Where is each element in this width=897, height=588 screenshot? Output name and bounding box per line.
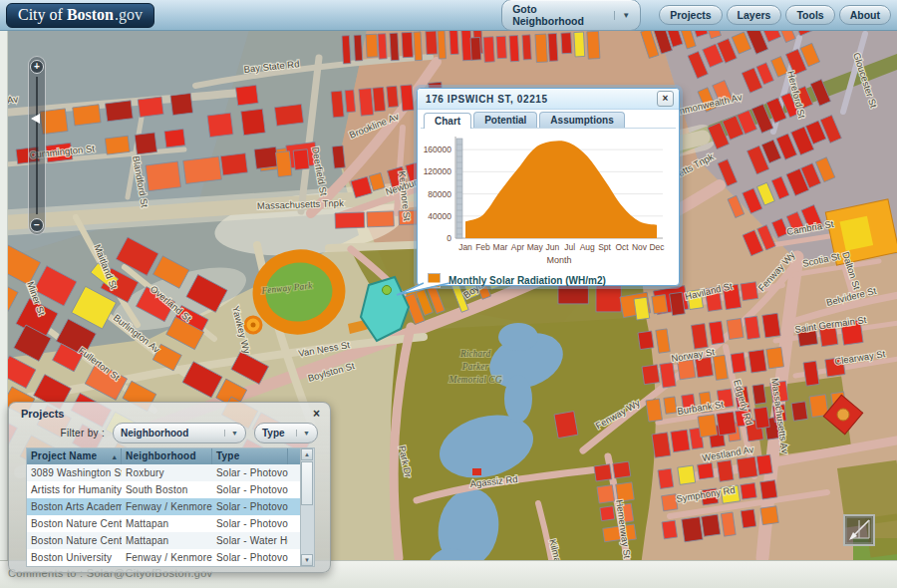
svg-text:Apr: Apr xyxy=(511,242,524,252)
zoom-in-button[interactable]: + xyxy=(30,60,44,74)
scrollbar-thumb[interactable] xyxy=(301,461,313,505)
zoom-slider-thumb[interactable] xyxy=(31,114,40,124)
table-row[interactable]: Artists for Humanity ESouth BostonSolar … xyxy=(27,481,300,498)
solar-radiation-chart: 04000080000120000160000JanFebMarAprMayJu… xyxy=(418,129,675,268)
svg-text:Oct: Oct xyxy=(615,242,629,252)
solar-boston-app: { "header": { "logo": {"city_of": "City … xyxy=(0,0,897,588)
scroll-up-button[interactable]: ▲ xyxy=(301,448,313,460)
table-cell: Solar - Photovoltaic xyxy=(212,464,288,481)
svg-text:160000: 160000 xyxy=(424,145,452,154)
table-cell: Artists for Humanity E xyxy=(27,481,122,498)
svg-text:May: May xyxy=(527,242,544,252)
table-cell: Fenway / Kenmore xyxy=(122,498,212,515)
svg-text:Jul: Jul xyxy=(564,242,575,252)
projects-panel-header[interactable]: Projects × xyxy=(9,403,330,422)
table-cell: Solar - Photovoltaic xyxy=(212,498,288,515)
zoom-out-button[interactable]: − xyxy=(30,218,44,232)
projects-filter-row: Filter by : Neighborhood ▼ Type ▼ xyxy=(9,422,330,447)
city-of-boston-logo[interactable]: City of Boston .gov xyxy=(6,3,154,28)
popup-title: 176 IPSWICH ST, 02215 xyxy=(426,94,548,105)
neighborhood-filter-dropdown[interactable]: Neighborhood ▼ xyxy=(113,423,246,443)
type-filter-dropdown[interactable]: Type ▼ xyxy=(254,423,318,443)
svg-text:40000: 40000 xyxy=(428,211,451,221)
svg-text:Feb: Feb xyxy=(475,242,490,252)
column-header-neighborhood[interactable]: Neighborhood xyxy=(122,448,212,464)
svg-text:Month: Month xyxy=(546,255,571,265)
map-zoom-slider[interactable]: + − xyxy=(28,56,46,235)
filter-by-label: Filter by : xyxy=(61,428,105,439)
tab-potential[interactable]: Potential xyxy=(473,112,537,128)
table-cell: Boston Arts Academy xyxy=(27,498,122,515)
street-label: Parker xyxy=(461,362,489,372)
zoom-slider-track[interactable] xyxy=(36,77,38,214)
overview-map-toggle[interactable] xyxy=(843,514,875,546)
svg-text:Nov: Nov xyxy=(632,242,648,252)
app-header: City of Boston .gov Goto Neighborhood ▼ … xyxy=(0,0,897,31)
column-header-type[interactable]: Type xyxy=(212,448,288,464)
street-label: Memorial CG xyxy=(448,375,501,385)
table-cell: Fenway / Kenmore xyxy=(122,549,212,566)
feature-info-popup: 176 IPSWICH ST, 02215 × Chart Potential … xyxy=(417,88,680,286)
goto-neighborhood-dropdown[interactable]: Goto Neighborhood ▼ xyxy=(501,0,641,31)
table-cell: South Boston xyxy=(122,481,212,498)
table-cell: Solar - Water Heating xyxy=(212,532,288,549)
table-cell: Solar - Photovoltaic xyxy=(212,481,288,498)
svg-text:0: 0 xyxy=(447,233,451,243)
chart-legend: Monthly Solar Radiation (WH/m2) xyxy=(428,273,679,288)
projects-button[interactable]: Projects xyxy=(659,5,722,25)
sort-ascending-icon: ▲ xyxy=(111,453,118,460)
table-cell: Solar - Photovoltaic xyxy=(212,515,288,532)
svg-text:80000: 80000 xyxy=(428,189,451,199)
table-cell: Roxbury xyxy=(122,464,212,481)
table-cell: Mattapan xyxy=(122,515,212,532)
table-row[interactable]: Boston Arts AcademyFenway / KenmoreSolar… xyxy=(27,498,300,515)
about-button[interactable]: About xyxy=(839,5,891,25)
tab-chart[interactable]: Chart xyxy=(424,113,471,129)
header-controls: Goto Neighborhood ▼ Projects Layers Tool… xyxy=(501,0,891,31)
table-cell: Mattapan xyxy=(122,532,212,549)
page-frame-left xyxy=(0,30,8,560)
svg-text:Mar: Mar xyxy=(493,242,508,252)
svg-text:Aug: Aug xyxy=(580,242,595,252)
overview-arrow-icon xyxy=(845,516,873,544)
popup-header[interactable]: 176 IPSWICH ST, 02215 × xyxy=(418,89,679,110)
layers-button[interactable]: Layers xyxy=(727,5,782,25)
neighborhood-filter-value: Neighborhood xyxy=(121,428,188,439)
legend-swatch xyxy=(428,273,441,288)
chevron-down-icon: ▼ xyxy=(224,430,238,437)
table-row[interactable]: Boston UniversityFenway / KenmoreSolar -… xyxy=(27,549,300,566)
logo-boston: Boston xyxy=(67,6,114,24)
tools-button[interactable]: Tools xyxy=(785,5,834,25)
table-cell: Boston Nature Center xyxy=(27,532,122,549)
projects-table: Project Name▲NeighborhoodType3089 Washin… xyxy=(26,447,315,567)
svg-text:Spt: Spt xyxy=(598,242,611,252)
chevron-down-icon: ▼ xyxy=(296,430,310,437)
table-cell: Solar - Photovoltaic xyxy=(212,549,288,566)
table-cell: Boston University xyxy=(27,549,122,566)
table-scrollbar[interactable]: ▲▼ xyxy=(300,448,314,566)
legend-label: Monthly Solar Radiation (WH/m2) xyxy=(448,275,606,286)
scroll-down-button[interactable]: ▼ xyxy=(301,554,313,566)
projects-panel-title: Projects xyxy=(21,408,64,420)
tab-assumptions[interactable]: Assumptions xyxy=(539,112,624,128)
goto-neighborhood-value: Goto Neighborhood xyxy=(512,3,608,27)
type-filter-value: Type xyxy=(262,428,285,439)
logo-city-of: City of xyxy=(18,6,63,24)
table-cell: 3089 Washington Str xyxy=(27,464,122,481)
table-cell: Boston Nature Center xyxy=(27,515,122,532)
projects-panel: Projects × Filter by : Neighborhood ▼ Ty… xyxy=(8,402,331,573)
svg-text:Jan: Jan xyxy=(458,242,472,252)
table-row[interactable]: Boston Nature CenterMattapanSolar - Phot… xyxy=(27,515,300,532)
svg-text:120000: 120000 xyxy=(424,166,452,176)
chevron-down-icon: ▼ xyxy=(614,11,630,20)
table-header-row: Project Name▲NeighborhoodType xyxy=(27,448,300,464)
projects-close-button[interactable]: × xyxy=(313,409,320,419)
svg-text:Jun: Jun xyxy=(545,242,559,252)
column-header-project-name[interactable]: Project Name▲ xyxy=(27,448,122,464)
street-label: Richard xyxy=(459,349,491,359)
table-row[interactable]: Boston Nature CenterMattapanSolar - Wate… xyxy=(27,532,300,549)
table-row[interactable]: 3089 Washington StrRoxburySolar - Photov… xyxy=(27,464,300,481)
popup-close-button[interactable]: × xyxy=(657,91,674,107)
svg-text:Dec: Dec xyxy=(649,242,665,252)
popup-tab-bar: Chart Potential Assumptions xyxy=(418,110,679,128)
